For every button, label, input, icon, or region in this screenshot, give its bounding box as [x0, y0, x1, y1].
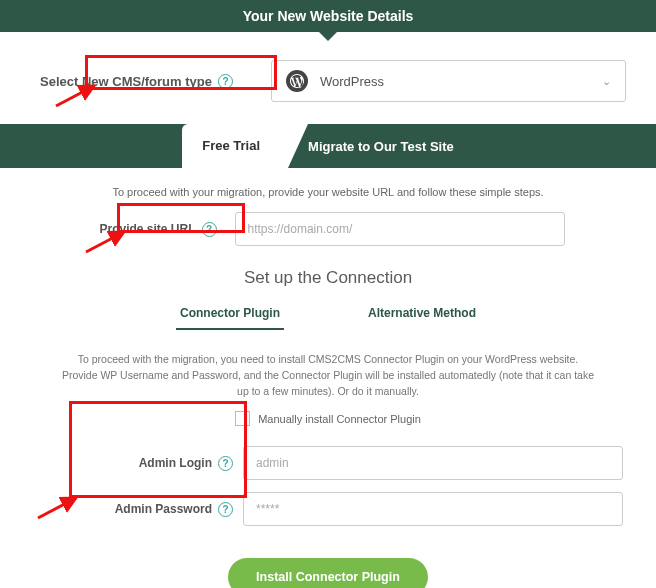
- install-connector-button[interactable]: Install Connector Plugin: [228, 558, 428, 588]
- admin-password-input[interactable]: [243, 492, 623, 526]
- manual-install-label: Manually install Connector Plugin: [258, 413, 421, 425]
- manual-install-row: Manually install Connector Plugin: [0, 411, 656, 440]
- admin-password-label: Admin Password ?: [33, 502, 233, 517]
- method-tabs: Connector Plugin Alternative Method: [0, 298, 656, 336]
- url-label: Provide site URL ?: [91, 216, 224, 243]
- url-input[interactable]: [235, 212, 565, 246]
- admin-login-row: Admin Login ?: [0, 440, 656, 486]
- manual-install-checkbox[interactable]: [235, 411, 250, 426]
- cms-selected-name: WordPress: [320, 74, 602, 89]
- method-tab-alternative[interactable]: Alternative Method: [364, 298, 480, 330]
- connector-description: To proceed with the migration, you need …: [0, 336, 656, 411]
- header-notch: [318, 31, 338, 41]
- header-title: Your New Website Details: [243, 8, 414, 24]
- admin-login-label: Admin Login ?: [33, 456, 233, 471]
- tab-free-trial[interactable]: Free Trial: [182, 124, 288, 168]
- setup-heading: Set up the Connection: [0, 262, 656, 298]
- cms-select[interactable]: WordPress ⌄: [271, 60, 626, 102]
- help-icon[interactable]: ?: [218, 502, 233, 517]
- admin-login-input[interactable]: [243, 446, 623, 480]
- main-tabs: Free Trial Migrate to Our Test Site: [0, 124, 656, 168]
- tab-migrate-test-site[interactable]: Migrate to Our Test Site: [288, 124, 474, 168]
- help-icon[interactable]: ?: [218, 74, 233, 89]
- instruction-text: To proceed with your migration, provide …: [0, 168, 656, 212]
- install-button-row: Install Connector Plugin: [0, 532, 656, 588]
- help-icon[interactable]: ?: [202, 222, 217, 237]
- wordpress-icon: [286, 70, 308, 92]
- cms-label-text: Select New CMS/forum type: [40, 74, 212, 89]
- chevron-down-icon: ⌄: [602, 75, 611, 88]
- url-row: Provide site URL ?: [0, 212, 656, 262]
- cms-row: Select New CMS/forum type ? WordPress ⌄: [0, 32, 656, 124]
- header-bar: Your New Website Details: [0, 0, 656, 32]
- method-tab-connector[interactable]: Connector Plugin: [176, 298, 284, 330]
- url-label-text: Provide site URL: [99, 222, 195, 236]
- admin-password-row: Admin Password ?: [0, 486, 656, 532]
- help-icon[interactable]: ?: [218, 456, 233, 471]
- cms-label: Select New CMS/forum type ?: [30, 68, 241, 95]
